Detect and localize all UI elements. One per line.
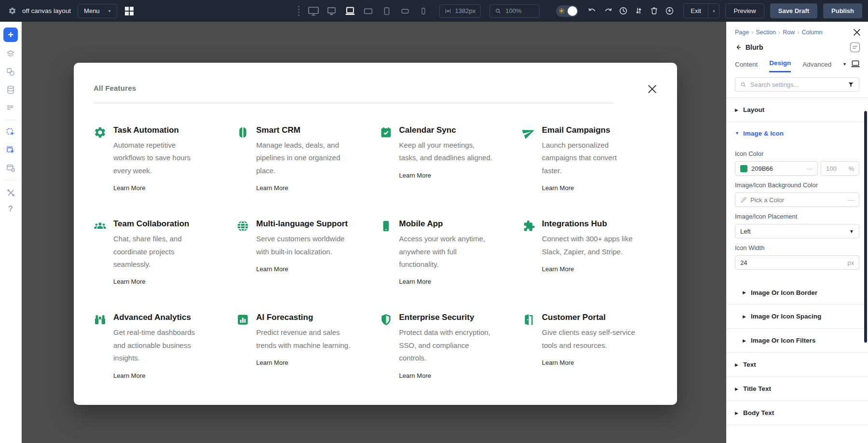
search-input[interactable] xyxy=(750,81,844,88)
color-reset-dash[interactable]: — xyxy=(848,196,854,204)
exit-split-button: Exit ▾ xyxy=(683,3,719,18)
sort-arrows-icon[interactable] xyxy=(632,5,645,17)
settings-search[interactable] xyxy=(735,77,859,92)
exit-button[interactable]: Exit xyxy=(684,4,708,18)
tabs-dropdown-caret[interactable]: ▾ xyxy=(843,61,846,67)
section-text[interactable]: ▶ Text xyxy=(726,353,868,377)
canvas-width-field[interactable]: 1382px xyxy=(439,4,481,18)
device-desktop-icon[interactable] xyxy=(306,4,321,18)
device-laptop-icon[interactable] xyxy=(343,4,357,18)
icon-width-input[interactable] xyxy=(740,259,843,266)
learn-more-link[interactable]: Learn More xyxy=(113,184,145,192)
breadcrumb-page[interactable]: Page xyxy=(735,29,749,36)
learn-more-link[interactable]: Learn More xyxy=(256,265,288,273)
learn-more-link[interactable]: Learn More xyxy=(399,172,431,179)
device-tablet-icon[interactable] xyxy=(380,4,394,18)
learn-more-link[interactable]: Learn More xyxy=(113,372,145,379)
subsection-image-icon-border[interactable]: ▶ Image Or Icon Border xyxy=(726,280,868,305)
undo-icon[interactable] xyxy=(586,5,598,17)
menu-dropdown[interactable]: Menu ▾ xyxy=(78,4,117,18)
feature-description: Access your work anytime, anywhere with … xyxy=(399,233,494,271)
layouts-grid-icon[interactable] xyxy=(125,7,134,15)
tab-design[interactable]: Design xyxy=(769,59,791,72)
help-icon[interactable]: ? xyxy=(8,205,13,213)
all-features-modal: All Features Task Automation Automate re… xyxy=(74,63,677,405)
publish-button[interactable]: Publish xyxy=(823,3,862,18)
feature-card: AI Forecasting Predict revenue and sales… xyxy=(236,313,371,379)
zoom-magnifier-icon xyxy=(495,8,502,14)
device-desktop-small-icon[interactable] xyxy=(325,4,339,18)
breadcrumb-column[interactable]: Column xyxy=(801,29,822,36)
database-icon[interactable] xyxy=(5,84,16,96)
builder-mode-toggle[interactable] xyxy=(556,5,578,17)
placement-select[interactable]: Left ▼ xyxy=(735,224,859,238)
chevron-down-icon: ▼ xyxy=(849,229,854,234)
exit-dropdown-caret[interactable]: ▾ xyxy=(708,4,719,18)
background-color-field[interactable]: — xyxy=(735,193,859,207)
breadcrumb-section[interactable]: Section xyxy=(756,29,776,36)
learn-more-link[interactable]: Learn More xyxy=(542,265,574,273)
page-view-icon[interactable] xyxy=(5,162,16,174)
section-layout[interactable]: ▶ Layout xyxy=(726,98,868,122)
click-mode-icon[interactable] xyxy=(5,126,16,138)
subsection-image-icon-spacing[interactable]: ▶ Image Or Icon Spacing xyxy=(726,305,868,329)
panel-close-icon[interactable] xyxy=(854,29,860,36)
image-icon-fields: Icon Color 209B66 — 100 % Image/Icon Bac… xyxy=(726,150,868,277)
filter-funnel-icon[interactable] xyxy=(848,82,854,88)
feature-title: Multi-language Support xyxy=(256,219,351,229)
page-title: off canvas layout xyxy=(22,7,71,14)
history-clock-icon[interactable] xyxy=(617,5,629,17)
hover-mode-icon[interactable] xyxy=(5,144,16,156)
preview-button[interactable]: Preview xyxy=(725,3,764,18)
globe-icon xyxy=(236,220,249,233)
learn-more-link[interactable]: Learn More xyxy=(542,359,574,366)
canvas-width-value: 1382px xyxy=(455,7,476,14)
icon-color-opacity-field[interactable]: 100 % xyxy=(821,161,859,176)
learn-more-link[interactable]: Learn More xyxy=(256,184,288,192)
breadcrumb-row[interactable]: Row xyxy=(783,29,795,36)
redo-icon[interactable] xyxy=(601,5,614,17)
modal-close-icon[interactable] xyxy=(647,84,657,94)
feature-title: Calendar Sync xyxy=(399,125,494,135)
section-body-text[interactable]: ▶ Body Text xyxy=(726,401,868,425)
portability-icon[interactable] xyxy=(663,5,676,17)
modal-title: All Features xyxy=(94,84,136,92)
device-phone-icon[interactable] xyxy=(416,4,431,18)
builder-settings-gear-icon[interactable] xyxy=(6,5,18,17)
wireframe-list-icon[interactable] xyxy=(5,102,16,113)
puzzle-piece-icon xyxy=(522,220,535,233)
subsection-image-icon-filters[interactable]: ▶ Image Or Icon Filters xyxy=(726,329,868,353)
paper-plane-icon xyxy=(522,126,535,139)
learn-more-link[interactable]: Learn More xyxy=(399,278,431,285)
panel-scrollbar[interactable] xyxy=(864,111,867,343)
icon-width-field[interactable]: px xyxy=(735,255,859,270)
tab-advanced[interactable]: Advanced xyxy=(802,61,831,72)
canvas-zoom-field[interactable]: 100% xyxy=(489,4,540,18)
color-reset-dash[interactable]: — xyxy=(806,165,813,172)
trash-icon[interactable] xyxy=(648,5,660,17)
learn-more-link[interactable]: Learn More xyxy=(399,372,431,379)
learn-more-link[interactable]: Learn More xyxy=(542,184,574,192)
layers-icon[interactable] xyxy=(5,48,16,60)
tab-content[interactable]: Content xyxy=(735,61,758,72)
device-tablet-landscape-icon[interactable] xyxy=(361,4,376,18)
section-image-icon[interactable]: ▼ Image & Icon xyxy=(726,122,868,144)
drag-handle-dots-icon[interactable] xyxy=(298,6,299,16)
add-module-button[interactable]: + xyxy=(3,28,18,42)
learn-more-link[interactable]: Learn More xyxy=(256,359,288,366)
panel-dock-icon[interactable] xyxy=(850,42,860,53)
background-color-input[interactable] xyxy=(750,196,844,204)
section-title-text[interactable]: ▶ Title Text xyxy=(726,377,868,401)
design-presets-icon[interactable] xyxy=(5,66,16,78)
device-phone-landscape-icon[interactable] xyxy=(398,4,412,18)
triangle-right-icon: ▶ xyxy=(735,108,743,112)
icon-color-swatch[interactable] xyxy=(740,165,747,172)
panel-device-laptop-icon[interactable] xyxy=(851,60,860,68)
save-draft-button[interactable]: Save Draft xyxy=(770,3,817,18)
builder-topbar: off canvas layout Menu ▾ xyxy=(0,0,868,22)
triangle-right-icon: ▶ xyxy=(735,387,743,391)
learn-more-link[interactable]: Learn More xyxy=(113,278,145,285)
icon-color-field[interactable]: 209B66 — xyxy=(735,161,818,176)
back-arrow-icon[interactable] xyxy=(735,44,742,51)
tools-icon[interactable] xyxy=(5,187,16,198)
